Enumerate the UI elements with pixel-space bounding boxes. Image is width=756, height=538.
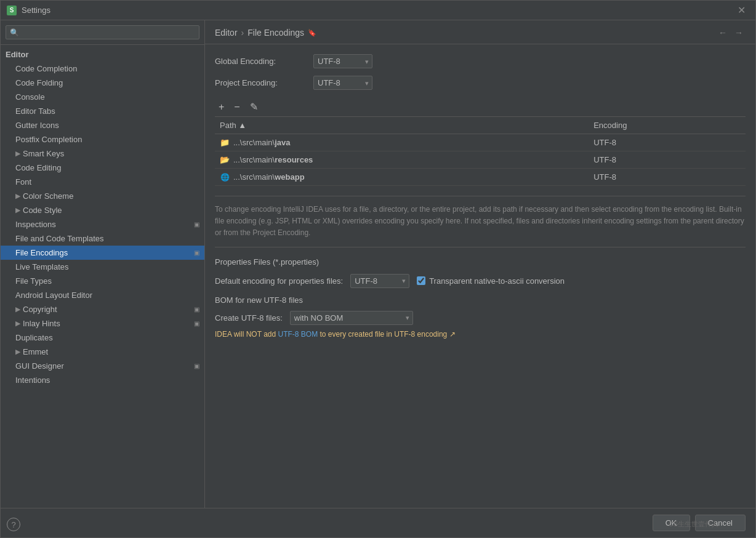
sidebar-item-label: Gutter Icons bbox=[15, 121, 59, 130]
sidebar-item-label: GUI Designer bbox=[15, 361, 64, 371]
table-row[interactable]: 📂 ...\src\main\resources UTF-8 bbox=[215, 151, 746, 169]
sidebar-item-inspections[interactable]: Inspections ▣ bbox=[1, 217, 204, 231]
sidebar-item-android-layout-editor[interactable]: Android Layout Editor bbox=[1, 288, 204, 302]
sidebar-item-gutter-icons[interactable]: Gutter Icons bbox=[1, 118, 204, 132]
sidebar-item-label: Android Layout Editor bbox=[15, 291, 92, 300]
path-value: ...\src\main\java bbox=[233, 138, 291, 147]
idea-note-text: IDEA will NOT add bbox=[215, 330, 276, 339]
sidebar-item-label: Intentions bbox=[15, 375, 50, 385]
project-encoding-select-wrap: UTF-8 UTF-16 ISO-8859-1 bbox=[313, 76, 372, 90]
transparent-conversion-label[interactable]: Transparent native-to-ascii conversion bbox=[417, 276, 565, 286]
info-text-content: To change encoding IntelliJ IDEA uses fo… bbox=[215, 205, 744, 237]
sidebar-item-smart-keys[interactable]: ▶ Smart Keys bbox=[1, 147, 204, 161]
sidebar-item-duplicates[interactable]: Duplicates bbox=[1, 331, 204, 345]
settings-dialog: S Settings ✕ 🔍 Editor Code Completion bbox=[0, 0, 756, 538]
folder-icon: 🌐 bbox=[220, 173, 230, 182]
sidebar-item-editor-tabs[interactable]: Editor Tabs bbox=[1, 104, 204, 118]
sidebar-item-intentions[interactable]: Intentions bbox=[1, 373, 204, 387]
add-path-button[interactable]: + bbox=[215, 100, 228, 114]
default-encoding-label: Default encoding for properties files: bbox=[215, 276, 343, 286]
path-value: ...\src\main\webapp bbox=[233, 172, 305, 182]
sidebar-item-emmet[interactable]: ▶ Emmet bbox=[1, 345, 204, 359]
sidebar-item-label: Code Style bbox=[23, 206, 62, 215]
expand-icon: ▶ bbox=[15, 206, 20, 214]
sidebar-item-label: File and Code Templates bbox=[15, 234, 104, 243]
sidebar-item-code-editing[interactable]: Code Editing bbox=[1, 161, 204, 175]
col-encoding[interactable]: Encoding bbox=[589, 117, 746, 134]
bom-select[interactable]: with NO BOM with BOM with BOM (if needed… bbox=[290, 311, 413, 325]
col-path[interactable]: Path ▲ bbox=[215, 117, 589, 134]
sidebar-item-live-templates[interactable]: Live Templates bbox=[1, 260, 204, 274]
dialog-title: Settings bbox=[22, 6, 734, 15]
sidebar-item-font[interactable]: Font bbox=[1, 175, 204, 189]
sidebar-item-postfix-completion[interactable]: Postfix Completion bbox=[1, 132, 204, 147]
expand-icon: ▶ bbox=[15, 150, 20, 158]
sidebar-item-label: Console bbox=[15, 92, 45, 102]
project-encoding-label: Project Encoding: bbox=[215, 78, 313, 87]
settings-badge-icon: ▣ bbox=[194, 249, 199, 256]
edit-path-button[interactable]: ✎ bbox=[246, 100, 262, 114]
settings-badge-icon: ▣ bbox=[194, 306, 199, 313]
sidebar-item-label: Duplicates bbox=[15, 333, 53, 342]
idea-note: IDEA will NOT add UTF-8 BOM to every cre… bbox=[215, 330, 746, 339]
table-toolbar: + − ✎ bbox=[215, 97, 746, 117]
close-button[interactable]: ✕ bbox=[734, 3, 749, 17]
remove-path-button[interactable]: − bbox=[230, 100, 243, 114]
bom-section-title: BOM for new UTF-8 files bbox=[215, 295, 746, 305]
sidebar-item-label: Code Folding bbox=[15, 78, 63, 87]
breadcrumb: Editor › File Encodings 🔖 bbox=[215, 28, 316, 38]
default-encoding-row: Default encoding for properties files: U… bbox=[215, 274, 746, 288]
sidebar-item-label: Copyright bbox=[23, 305, 57, 314]
sidebar-item-code-style[interactable]: ▶ Code Style bbox=[1, 203, 204, 217]
sidebar-item-gui-designer[interactable]: GUI Designer ▣ bbox=[1, 359, 204, 373]
transparent-label-text: Transparent native-to-ascii conversion bbox=[429, 276, 565, 286]
help-button[interactable]: ? bbox=[7, 518, 20, 531]
panel-header: Editor › File Encodings 🔖 ← → bbox=[205, 20, 755, 44]
sidebar-item-color-scheme[interactable]: ▶ Color Scheme bbox=[1, 189, 204, 203]
expand-icon: ▶ bbox=[15, 192, 20, 200]
sidebar-tree: Editor Code Completion Code Folding Cons… bbox=[1, 45, 204, 508]
settings-badge-icon: ▣ bbox=[194, 363, 199, 369]
sidebar-item-label: Smart Keys bbox=[23, 149, 64, 158]
sidebar-item-inlay-hints[interactable]: ▶ Inlay Hints ▣ bbox=[1, 316, 204, 331]
expand-icon: ▶ bbox=[15, 305, 20, 313]
nav-forward-button[interactable]: → bbox=[732, 26, 746, 39]
expand-icon: ▶ bbox=[15, 348, 20, 356]
sidebar-item-code-folding[interactable]: Code Folding bbox=[1, 76, 204, 90]
sidebar-item-file-encodings[interactable]: File Encodings ▣ bbox=[1, 246, 204, 260]
search-wrap: 🔍 bbox=[6, 25, 199, 39]
encoding-value: UTF-8 bbox=[589, 169, 746, 186]
breadcrumb-parent[interactable]: Editor bbox=[215, 28, 238, 38]
create-utf8-label: Create UTF-8 files: bbox=[215, 313, 283, 323]
idea-note-link[interactable]: UTF-8 BOM bbox=[278, 330, 318, 339]
bookmark-icon: 🔖 bbox=[308, 29, 316, 37]
idea-note-suffix: to every created file in UTF-8 encoding bbox=[320, 330, 448, 339]
table-row[interactable]: 📁 ...\src\main\java UTF-8 bbox=[215, 134, 746, 151]
global-encoding-label: Global Encoding: bbox=[215, 57, 313, 66]
title-bar: S Settings ✕ bbox=[1, 1, 755, 20]
search-input[interactable] bbox=[22, 28, 195, 37]
nav-back-button[interactable]: ← bbox=[716, 26, 730, 39]
transparent-conversion-checkbox[interactable] bbox=[417, 276, 425, 285]
properties-encoding-select[interactable]: UTF-8 UTF-16 ISO-8859-1 bbox=[350, 274, 409, 288]
info-text: To change encoding IntelliJ IDEA uses fo… bbox=[215, 196, 746, 247]
sidebar-item-label: Code Editing bbox=[15, 163, 61, 172]
project-encoding-select[interactable]: UTF-8 UTF-16 ISO-8859-1 bbox=[313, 76, 372, 90]
encoding-table: Path ▲ Encoding 📁 ...\src\main\java bbox=[215, 117, 746, 186]
bottom-bar: ? OK Cancel CS生生世壹件人 bbox=[1, 508, 755, 537]
path-cell: 📁 ...\src\main\java bbox=[220, 138, 584, 147]
sidebar-item-label: File Encodings bbox=[15, 248, 68, 257]
table-row[interactable]: 🌐 ...\src\main\webapp UTF-8 bbox=[215, 169, 746, 186]
sidebar-item-file-and-code-templates[interactable]: File and Code Templates bbox=[1, 231, 204, 246]
search-icon: 🔍 bbox=[10, 28, 19, 37]
main-content: 🔍 Editor Code Completion Code Folding Co… bbox=[1, 20, 755, 508]
sidebar-item-code-completion[interactable]: Code Completion bbox=[1, 62, 204, 76]
sidebar-item-file-types[interactable]: File Types bbox=[1, 274, 204, 288]
sidebar-item-editor[interactable]: Editor bbox=[1, 47, 204, 62]
sidebar-item-copyright[interactable]: ▶ Copyright ▣ bbox=[1, 302, 204, 316]
encoding-value: UTF-8 bbox=[589, 134, 746, 151]
sidebar-item-console[interactable]: Console bbox=[1, 90, 204, 104]
path-value: ...\src\main\resources bbox=[233, 155, 313, 164]
sidebar-item-label: Color Scheme bbox=[23, 191, 73, 201]
global-encoding-select[interactable]: UTF-8 UTF-16 ISO-8859-1 bbox=[313, 54, 372, 68]
